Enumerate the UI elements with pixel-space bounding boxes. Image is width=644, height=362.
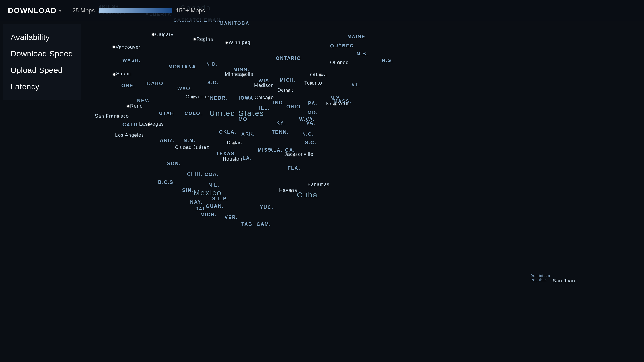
download-selector[interactable]: DOWNLOAD ▾ xyxy=(8,6,62,15)
map-container xyxy=(0,0,644,362)
svg-marker-36 xyxy=(292,101,318,138)
svg-point-75 xyxy=(528,272,559,285)
svg-marker-38 xyxy=(339,77,366,119)
svg-marker-19 xyxy=(186,148,239,191)
chevron-down-icon: ▾ xyxy=(59,8,62,14)
speed-legend: 25 Mbps 150+ Mbps xyxy=(72,7,205,14)
svg-marker-37 xyxy=(318,101,339,140)
speed-min-label: 25 Mbps xyxy=(72,7,95,14)
svg-point-74 xyxy=(366,233,387,244)
speed-gradient-bar xyxy=(99,8,172,13)
svg-marker-64 xyxy=(239,318,278,362)
sidebar-item-latency[interactable]: Latency xyxy=(11,78,73,95)
sidebar-item-download-speed[interactable]: Download Speed xyxy=(11,46,73,62)
top-bar: DOWNLOAD ▾ 25 Mbps 150+ Mbps xyxy=(0,0,644,21)
download-label-text: DOWNLOAD xyxy=(8,6,57,15)
speed-max-label: 150+ Mbps xyxy=(176,7,205,14)
sidebar-item-availability[interactable]: Availability xyxy=(11,29,73,46)
sidebar-item-upload-speed[interactable]: Upload Speed xyxy=(11,62,73,78)
sidebar-menu: Availability Download Speed Upload Speed… xyxy=(3,24,81,100)
